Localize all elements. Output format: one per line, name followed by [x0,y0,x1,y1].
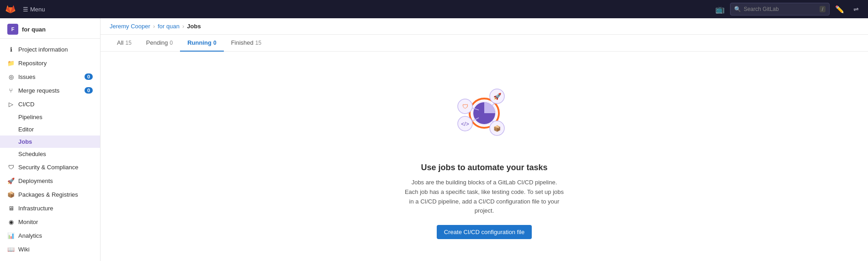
issues-icon: ◎ [7,73,15,80]
sidebar-item-monitor[interactable]: ◉ Monitor [0,215,100,229]
svg-text:</>: </> [461,121,469,127]
code-icon: ✂ [7,259,15,261]
project-header[interactable]: F for quan [0,18,100,39]
sidebar-label-security-compliance: Security & Compliance [18,164,79,171]
create-cicd-config-button[interactable]: Create CI/CD configuration file [437,225,532,239]
sidebar-label-pipelines: Pipelines [18,114,42,120]
breadcrumb-user[interactable]: Jeremy Cooper [110,23,150,30]
issues-badge: 0 [85,73,93,80]
empty-state-title: Use jobs to automate your tasks [421,163,547,172]
menu-label: Menu [30,6,45,13]
info-icon: ℹ [7,46,15,53]
sidebar-item-snippets[interactable]: ✂ Snippets [0,256,100,261]
sidebar-item-security-compliance[interactable]: 🛡 Security & Compliance [0,160,100,174]
sidebar-subitem-schedules[interactable]: Schedules [0,148,100,160]
tab-running-count: 0 [213,40,217,46]
sidebar-label-merge-requests: Merge requests [18,87,59,94]
sidebar-item-repository[interactable]: 📁 Repository [0,56,100,70]
tab-pending-count: 0 [170,40,173,46]
sidebar-subitem-editor[interactable]: Editor [0,123,100,136]
breadcrumb-sep-2: › [182,23,184,30]
monitor-icon: ◉ [7,218,15,225]
tab-pending[interactable]: Pending 0 [139,35,180,52]
slash-shortcut: / [820,6,826,12]
empty-state-description: Jobs are the building blocks of a GitLab… [404,178,564,216]
sidebar-label-analytics: Analytics [18,232,42,239]
sidebar-item-project-information[interactable]: ℹ Project information [0,42,100,56]
empty-state: 🚀 🛡 </> 📦 Use jobs to automate your task… [101,52,868,257]
package-icon: 📦 [7,191,15,198]
sidebar-label-infrastructure: Infrastructure [18,205,53,212]
sidebar: F for quan ℹ Project information 📁 Repos… [0,18,101,261]
merge-request-icon[interactable]: ⇌ [850,3,863,16]
search-input[interactable] [744,6,817,12]
svg-text:🛡: 🛡 [462,103,468,110]
tab-all[interactable]: All 15 [110,35,139,52]
broadcast-icon[interactable]: 📺 [714,3,726,16]
breadcrumb-project[interactable]: for quan [158,23,180,30]
folder-icon: 📁 [7,59,15,67]
sidebar-label-editor: Editor [18,126,34,133]
merge-requests-badge: 0 [85,87,93,94]
search-bar[interactable]: 🔍 / [730,3,830,16]
tab-all-label: All [117,39,123,46]
sidebar-item-deployments[interactable]: 🚀 Deployments [0,174,100,188]
hamburger-icon: ☰ [23,6,28,13]
sidebar-subitem-jobs[interactable]: Jobs [0,136,100,148]
sidebar-label-deployments: Deployments [18,177,53,184]
tab-finished-label: Finished [231,39,254,46]
book-icon: 📖 [7,245,15,253]
jobs-tabs: All 15 Pending 0 Running 0 Finished 15 [101,35,868,52]
sidebar-item-wiki[interactable]: 📖 Wiki [0,242,100,256]
sidebar-label-issues: Issues [18,73,36,80]
sidebar-label-jobs: Jobs [18,138,32,145]
breadcrumb-page: Jobs [187,23,201,30]
project-name: for quan [22,26,46,33]
menu-button[interactable]: ☰ Menu [19,4,49,15]
sidebar-label-packages-registries: Packages & Registries [18,191,78,198]
gitlab-logo[interactable] [5,4,16,14]
rocket-icon: 🚀 [7,177,15,184]
svg-text:🚀: 🚀 [493,93,502,100]
sidebar-label-repository: Repository [18,60,47,67]
tab-pending-label: Pending [146,39,168,46]
tab-finished-count: 15 [255,40,261,46]
sidebar-nav: ℹ Project information 📁 Repository ◎ Iss… [0,39,100,261]
empty-illustration: 🚀 🛡 </> 📦 [443,70,525,152]
nav-right: 📺 🔍 / ✏️ ⇌ [714,3,863,16]
breadcrumb: Jeremy Cooper › for quan › Jobs [101,18,868,35]
search-icon: 🔍 [734,6,741,12]
tab-running-label: Running [187,39,212,46]
illustration-svg: 🚀 🛡 </> 📦 [443,70,525,152]
svg-text:📦: 📦 [493,125,501,132]
sidebar-subitem-pipelines[interactable]: Pipelines [0,111,100,123]
sidebar-item-merge-requests[interactable]: ⑂ Merge requests 0 [0,84,100,97]
tab-all-count: 15 [125,40,131,46]
sidebar-label-snippets: Snippets [18,260,42,261]
sidebar-item-infrastructure[interactable]: 🖥 Infrastructure [0,201,100,215]
top-navigation: ☰ Menu 📺 🔍 / ✏️ ⇌ [0,0,868,18]
sidebar-item-analytics[interactable]: 📊 Analytics [0,229,100,242]
cicd-icon: ▷ [7,100,15,108]
tab-running[interactable]: Running 0 [180,35,223,52]
tab-finished[interactable]: Finished 15 [224,35,269,52]
sidebar-label-monitor: Monitor [18,219,38,225]
sidebar-label-project-information: Project information [18,46,68,53]
sidebar-label-wiki: Wiki [18,246,30,253]
sidebar-item-packages-registries[interactable]: 📦 Packages & Registries [0,188,100,201]
sidebar-label-schedules: Schedules [18,151,46,157]
main-content: Jeremy Cooper › for quan › Jobs All 15 P… [101,18,868,261]
sidebar-label-cicd: CI/CD [18,101,34,108]
server-icon: 🖥 [7,204,15,212]
chart-icon: 📊 [7,232,15,239]
create-new-icon[interactable]: ✏️ [833,3,846,16]
merge-icon: ⑂ [7,87,15,94]
breadcrumb-sep-1: › [153,23,155,30]
project-avatar: F [7,24,18,35]
sidebar-item-issues[interactable]: ◎ Issues 0 [0,70,100,84]
sidebar-item-cicd[interactable]: ▷ CI/CD [0,97,100,111]
shield-icon: 🛡 [7,163,15,171]
